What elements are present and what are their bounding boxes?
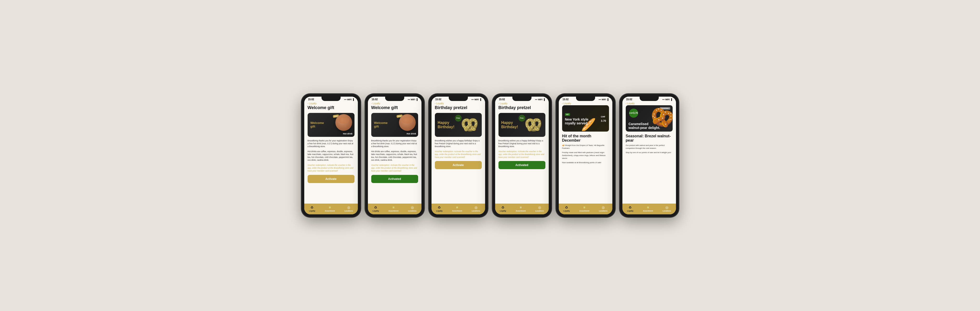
phone-frame-6: 15:02 ▪▪▪ WiFi ▐ ‹ Loyalty CHF — [619, 94, 679, 217]
pastrami-text-5: HIT New York styleroyally served. — [565, 112, 589, 125]
locations-label-1: Locations — [344, 210, 353, 212]
assortment-label-3: Assortment — [452, 210, 462, 212]
nys-title-5: New York styleroyally served. — [565, 118, 589, 125]
hero-pastrami-5: HIT New York styleroyally served. CHF 3.… — [562, 105, 609, 132]
bottom-nav-3: ♻ Loyalty ≡ Assortment ◎ Locations — [431, 204, 485, 214]
assortment-icon-1: ≡ — [329, 206, 331, 209]
signal-icon-3: ▪▪▪ — [471, 98, 474, 101]
back-chevron-icon-5: ‹ — [562, 102, 563, 105]
nav-locations-4[interactable]: ◎ Locations — [535, 206, 544, 212]
wifi-icon-6: WiFi — [665, 98, 670, 101]
hot-drink-label-2: Hot drink — [407, 132, 416, 135]
notch-2 — [385, 97, 404, 101]
activate-button-1[interactable]: Activate — [308, 175, 355, 183]
back-nav-4[interactable]: ‹ Loyalty — [495, 101, 549, 105]
nav-locations-3[interactable]: ◎ Locations — [472, 206, 480, 212]
nav-loyalty-5[interactable]: ♻ Loyalty — [563, 206, 570, 212]
status-icons-3: ▪▪▪ WiFi ▐ — [471, 98, 481, 101]
phone-6: 15:02 ▪▪▪ WiFi ▐ ‹ Loyalty CHF — [619, 94, 679, 217]
screen-content-2: Welcome gift Welcome gift Free Hot drink — [368, 105, 422, 204]
nav-loyalty-4[interactable]: ♻ Loyalty — [500, 206, 506, 212]
battery-icon-6: ▐ — [670, 98, 672, 101]
walnut-price-badge-6: CHF 3.70 — [629, 108, 638, 118]
back-nav-6[interactable]: ‹ Loyalty — [622, 101, 676, 105]
nav-assortment-2[interactable]: ≡ Assortment — [388, 206, 399, 212]
battery-icon-4: ▐ — [543, 98, 545, 101]
assortment-icon-2: ≡ — [393, 206, 395, 209]
happy-birthday-text-4: Happy Birthday! — [501, 121, 518, 129]
assortment-label-5: Assortment — [579, 210, 589, 212]
activated-button-2[interactable]: Activated — [371, 175, 418, 183]
nav-assortment-4[interactable]: ≡ Assortment — [516, 206, 526, 212]
happy-label-3: Happy — [438, 121, 455, 125]
page-title-2: Welcome gift — [371, 105, 418, 110]
notch-1 — [321, 97, 340, 101]
phone-2: 15:02 ▪▪▪ WiFi ▐ ‹ Loyalty Welcome gift — [365, 94, 424, 217]
nav-assortment-6[interactable]: ≡ Assortment — [643, 206, 653, 212]
status-time-6: 15:02 — [626, 98, 632, 101]
signal-icon-2: ▪▪▪ — [408, 98, 410, 101]
back-chevron-icon-3: ‹ — [435, 102, 436, 105]
nav-assortment-1[interactable]: ≡ Assortment — [325, 206, 335, 212]
body-text-2a: Brezelkönig thanks you for your registra… — [371, 139, 418, 148]
birthday-label-3: Birthday! — [438, 125, 455, 129]
hot-drink-label-1: Hot drink — [343, 132, 353, 135]
notch-6 — [640, 97, 659, 101]
status-icons-6: ▪▪▪ WiFi ▐ — [662, 98, 672, 101]
welcome-label-1: Welcome — [310, 121, 324, 124]
body-text-2b: Hot drinks are coffee, espresso, double,… — [371, 150, 418, 162]
locations-icon-2: ◎ — [411, 206, 414, 209]
hero-image-4: Happy Birthday! Free 🥨 — [498, 113, 546, 137]
article-body1-6: Our pretzel with walnut and pear is the … — [626, 144, 673, 150]
hero-article-5: HIT New York styleroyally served. CHF 3.… — [562, 105, 609, 132]
locations-icon-4: ◎ — [538, 206, 541, 209]
nav-locations-1[interactable]: ◎ Locations — [344, 206, 353, 212]
back-nav-2[interactable]: ‹ Loyalty — [368, 101, 422, 105]
loyalty-label-1: Loyalty — [309, 210, 315, 212]
nav-locations-5[interactable]: ◎ Locations — [599, 206, 607, 212]
bottom-nav-5: ♻ Loyalty ≡ Assortment ◎ Locations — [559, 204, 612, 214]
gift-label-1: gift — [310, 124, 324, 128]
nav-locations-2[interactable]: ◎ Locations — [408, 206, 417, 212]
article-body2-5: Now available at all Brezelkönig points … — [562, 161, 609, 164]
phone-screen-1: 15:02 ▪▪▪ WiFi ▐ ‹ Loyalty Welcome gift — [304, 97, 358, 214]
locations-label-6: Locations — [663, 210, 671, 212]
signal-icon-5: ▪▪▪ — [599, 98, 601, 101]
voucher-text-4: Voucher redemption: Activate the voucher… — [498, 150, 546, 159]
back-nav-5[interactable]: ‹ Loyalty — [559, 101, 612, 105]
back-nav-1[interactable]: ‹ Loyalty — [304, 101, 358, 105]
assortment-label-1: Assortment — [325, 210, 335, 212]
article-subtitle-text-5: Straight from the Empire of Taste: Hit B… — [562, 144, 605, 149]
activated-button-4[interactable]: Activated — [498, 161, 546, 169]
phone-frame-2: 15:02 ▪▪▪ WiFi ▐ ‹ Loyalty Welcome gift — [365, 94, 424, 217]
notch-5 — [576, 97, 595, 101]
nav-assortment-3[interactable]: ≡ Assortment — [452, 206, 462, 212]
activate-button-3[interactable]: Activate — [435, 161, 482, 169]
phone-screen-2: 15:02 ▪▪▪ WiFi ▐ ‹ Loyalty Welcome gift — [368, 97, 422, 214]
body-text-3: Brezelkönig wishes you a happy birthday!… — [435, 139, 482, 148]
phone-screen-4: 15:02 ▪▪▪ WiFi ▐ ‹ Loyalty Birthday pret… — [495, 97, 549, 214]
page-title-1: Welcome gift — [308, 105, 355, 110]
battery-icon-5: ▐ — [607, 98, 608, 101]
nav-loyalty-1[interactable]: ♻ Loyalty — [309, 206, 315, 212]
status-time-1: 15:02 — [308, 98, 314, 101]
notch-3 — [449, 97, 468, 101]
assortment-icon-5: ≡ — [584, 206, 585, 209]
back-nav-3[interactable]: ‹ Loyalty — [431, 101, 485, 105]
body-text-4: Brezelkönig wishes you a happy birthday!… — [498, 139, 546, 148]
back-chevron-icon-2: ‹ — [371, 102, 372, 105]
hero-article-6: CHF 3.70 SEASONAL 🥨 Caramelised walnut-p… — [626, 105, 673, 132]
phone-3: 15:02 ▪▪▪ WiFi ▐ ‹ Loyalty Birthday pret… — [429, 94, 488, 217]
nav-loyalty-3[interactable]: ♻ Loyalty — [436, 206, 442, 212]
nav-assortment-5[interactable]: ≡ Assortment — [579, 206, 589, 212]
nav-loyalty-2[interactable]: ♻ Loyalty — [373, 206, 379, 212]
hero-image-2: Welcome gift Free Hot drink — [371, 113, 418, 137]
wifi-icon-5: WiFi — [601, 98, 606, 101]
nav-loyalty-6[interactable]: ♻ Loyalty — [627, 206, 633, 212]
walnut-price-value-6: 3.70 — [633, 112, 638, 114]
gift-label-2: gift — [374, 124, 388, 128]
bottom-nav-1: ♻ Loyalty ≡ Assortment ◎ Locations — [304, 204, 358, 214]
nav-locations-6[interactable]: ◎ Locations — [663, 206, 671, 212]
phone-frame-3: 15:02 ▪▪▪ WiFi ▐ ‹ Loyalty Birthday pret… — [429, 94, 488, 217]
phone-screen-3: 15:02 ▪▪▪ WiFi ▐ ‹ Loyalty Birthday pret… — [431, 97, 485, 214]
